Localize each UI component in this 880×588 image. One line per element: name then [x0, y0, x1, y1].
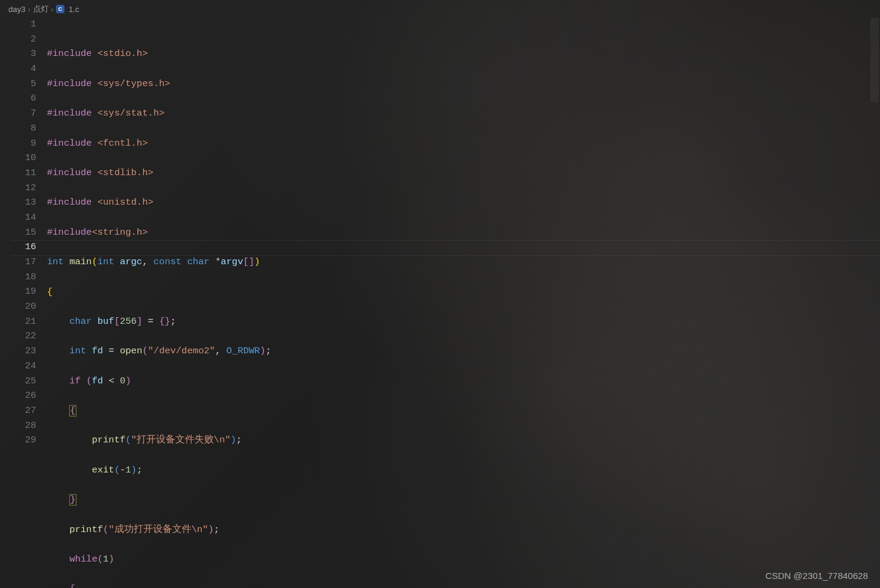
line-number: 26 [0, 388, 36, 403]
number: 1 [125, 465, 131, 475]
header-name: sys/stat.h [103, 108, 159, 119]
line-number: 27 [0, 403, 36, 418]
line-number: 20 [0, 299, 36, 314]
line-number: 18 [0, 270, 36, 285]
keyword-const: const [154, 256, 182, 267]
breadcrumb-item[interactable]: day3 [8, 5, 25, 14]
identifier: fd [92, 345, 103, 356]
keyword-if: if [69, 376, 81, 386]
string-literal: 打开设备文件失败\n [137, 435, 225, 445]
number: 1 [103, 554, 108, 565]
keyword-char: char [187, 256, 210, 267]
header-name: unistd.h [103, 197, 148, 208]
constant: O_RDWR [226, 345, 260, 356]
line-number: 12 [0, 181, 36, 196]
line-number: 6 [0, 91, 36, 106]
line-number: 15 [0, 225, 36, 240]
keyword-while: while [69, 554, 98, 565]
line-number: 21 [0, 314, 36, 329]
header-name: sys/types.h [103, 78, 164, 89]
number: 256 [120, 316, 137, 327]
line-number: 17 [0, 255, 36, 270]
function-call: open [120, 345, 142, 356]
line-number: 25 [0, 374, 36, 389]
identifier: argv [220, 256, 243, 267]
line-number: 2 [0, 32, 36, 47]
line-number: 14 [0, 210, 36, 225]
line-number: 19 [0, 284, 36, 299]
line-number: 9 [0, 136, 36, 151]
chevron-right-icon: › [51, 5, 54, 14]
line-number: 7 [0, 106, 36, 121]
string-literal: 成功打开设备文件\n [114, 524, 203, 535]
identifier: argc [120, 256, 142, 267]
line-number: 28 [0, 418, 36, 433]
number: 0 [120, 376, 125, 386]
string-literal: /dev/demo2 [154, 345, 210, 356]
line-number-gutter: 1 2 3 4 5 6 7 8 9 10 11 12 13 14 15 16 1… [0, 17, 47, 588]
header-name: fcntl.h [103, 138, 142, 149]
header-name: stdlib.h [103, 167, 148, 178]
function-main: main [69, 256, 92, 267]
bracket-match: { [69, 405, 76, 416]
current-line-highlight [11, 240, 880, 256]
keyword-int: int [69, 345, 86, 356]
line-number: 5 [0, 76, 36, 91]
breadcrumb-item[interactable]: 点灯 [33, 4, 49, 14]
function-call: printf [69, 524, 103, 535]
identifier: fd [92, 376, 103, 386]
chevron-right-icon: › [28, 5, 30, 14]
function-call: exit [92, 465, 114, 475]
line-number: 23 [0, 344, 36, 359]
header-name: string.h [98, 227, 142, 238]
watermark: CSDN @2301_77840628 [766, 571, 868, 581]
line-number: 11 [0, 166, 36, 181]
line-number: 24 [0, 359, 36, 374]
line-number: 4 [0, 61, 36, 76]
breadcrumb-item[interactable]: 1.c [69, 5, 79, 14]
c-file-icon: C [56, 5, 64, 13]
keyword-int: int [98, 256, 114, 267]
line-number: 29 [0, 433, 36, 448]
breadcrumb: day3 › 点灯 › C 1.c [0, 0, 880, 16]
line-number: 10 [0, 150, 36, 166]
scrollbar[interactable] [870, 18, 879, 102]
code-content[interactable]: #include <stdio.h> #include <sys/types.h… [47, 17, 880, 588]
line-number: 3 [0, 46, 36, 61]
line-number: 1 [0, 17, 36, 32]
code-editor[interactable]: 1 2 3 4 5 6 7 8 9 10 11 12 13 14 15 16 1… [0, 16, 880, 588]
identifier: buf [98, 316, 114, 327]
keyword-int: int [47, 256, 64, 267]
function-call: printf [92, 435, 125, 445]
line-number: 8 [0, 121, 36, 136]
header-name: stdio.h [103, 48, 142, 59]
line-number: 13 [0, 195, 36, 210]
bracket-match: } [69, 494, 76, 506]
line-number: 16 [0, 240, 36, 255]
keyword-char: char [69, 316, 92, 327]
line-number: 22 [0, 329, 36, 344]
